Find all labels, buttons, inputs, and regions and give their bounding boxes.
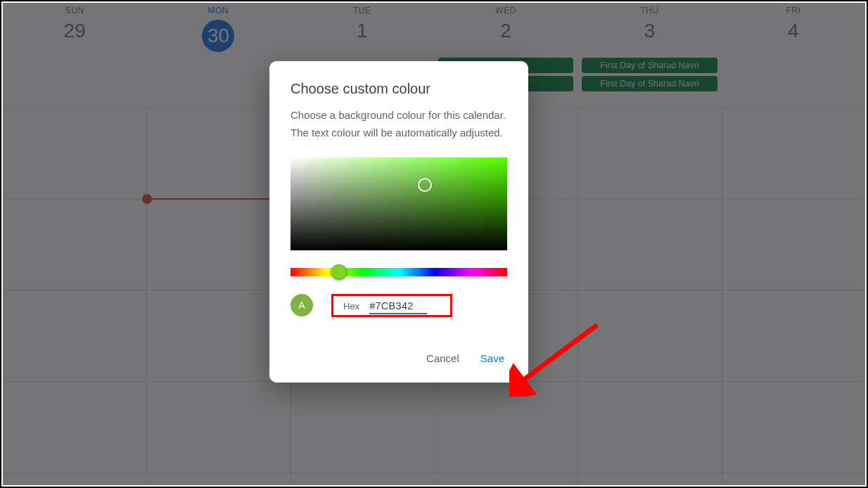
dialog-description: Choose a background colour for this cale… bbox=[291, 107, 507, 142]
hex-input-highlight: Hex bbox=[331, 294, 452, 317]
hue-track[interactable] bbox=[291, 268, 507, 276]
custom-color-dialog: Choose custom colour Choose a background… bbox=[269, 61, 528, 383]
hue-slider[interactable] bbox=[291, 266, 507, 278]
dialog-actions: Cancel Save bbox=[291, 348, 507, 368]
color-preview-chip: A bbox=[291, 294, 313, 316]
hex-field-label: Hex bbox=[343, 301, 359, 312]
cancel-button[interactable]: Cancel bbox=[423, 348, 462, 368]
save-button[interactable]: Save bbox=[478, 348, 507, 368]
sv-picker-handle-icon[interactable] bbox=[418, 178, 432, 192]
dialog-title: Choose custom colour bbox=[291, 81, 507, 97]
hue-slider-handle-icon[interactable] bbox=[331, 264, 347, 280]
saturation-value-picker[interactable] bbox=[291, 158, 507, 250]
hex-input[interactable] bbox=[369, 300, 427, 314]
